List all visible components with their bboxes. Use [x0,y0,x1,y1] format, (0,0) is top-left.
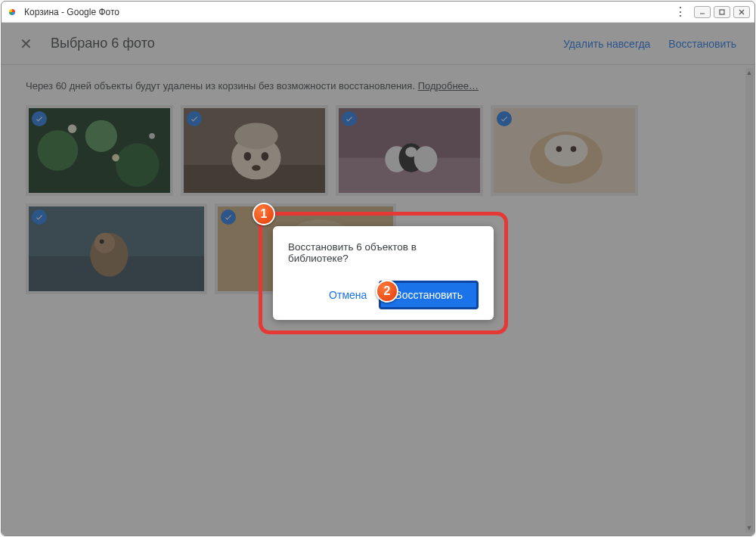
restore-button[interactable]: Восстановить [668,38,736,50]
svg-point-23 [405,147,417,157]
annotation-badge-2: 2 [376,280,398,303]
svg-point-10 [149,133,155,139]
selection-count-label: Выбрано 6 фото [51,36,545,51]
cancel-button[interactable]: Отмена [321,284,374,306]
svg-point-28 [571,146,577,152]
scroll-down-arrow[interactable]: ▼ [745,523,753,532]
svg-point-6 [85,120,117,152]
svg-point-26 [544,135,588,166]
thumb-image [184,108,325,193]
selected-check-icon[interactable] [497,111,512,126]
selected-check-icon[interactable] [187,111,202,126]
thumb-image [29,108,170,193]
svg-point-22 [414,146,438,172]
svg-point-17 [252,165,261,171]
svg-rect-1 [720,10,724,14]
svg-point-9 [112,154,119,162]
thumb-image [339,108,480,193]
selected-check-icon[interactable] [32,111,47,126]
photo-thumb[interactable] [336,105,483,196]
minimize-button[interactable] [694,6,711,18]
window-controls [694,6,750,18]
titlebar: Корзина - Google Фото ⋮ [2,2,754,23]
svg-point-14 [234,123,278,150]
svg-point-27 [556,146,562,152]
svg-point-15 [244,152,252,161]
photo-thumb[interactable] [26,203,207,294]
google-photos-icon [6,6,18,18]
photo-thumb[interactable] [181,105,328,196]
scroll-up-arrow[interactable]: ▲ [745,68,753,77]
notice-text: Через 60 дней объекты будут удалены из к… [26,80,418,92]
vertical-scrollbar[interactable]: ▲ ▼ [745,68,753,532]
svg-point-32 [94,233,115,253]
selection-bar: ✕ Выбрано 6 фото Удалить навсегда Восста… [2,23,754,65]
selected-check-icon[interactable] [221,210,236,225]
kebab-menu-icon[interactable]: ⋮ [671,3,689,21]
svg-point-33 [100,239,104,244]
dialog-message: Восстановить 6 объектов в библиотеке? [288,241,479,264]
delete-forever-button[interactable]: Удалить навсегда [563,38,650,50]
svg-point-5 [38,130,79,171]
maximize-button[interactable] [714,6,730,18]
close-window-button[interactable] [733,6,750,18]
svg-point-7 [116,143,160,187]
trash-notice: Через 60 дней объекты будут удалены из к… [26,80,730,92]
window-title: Корзина - Google Фото [24,7,671,17]
svg-point-8 [68,124,77,133]
photo-thumb[interactable] [491,105,638,196]
close-selection-icon[interactable]: ✕ [20,35,33,53]
svg-point-16 [262,152,269,161]
selected-check-icon[interactable] [342,111,357,126]
restore-dialog: Восстановить 6 объектов в библиотеке? От… [273,226,494,320]
learn-more-link[interactable]: Подробнее… [418,80,479,92]
annotation-badge-1: 1 [253,203,275,225]
callout-frame: Восстановить 6 объектов в библиотеке? От… [259,212,508,334]
selected-check-icon[interactable] [32,210,47,225]
thumb-image [29,206,204,291]
app-window: Корзина - Google Фото ⋮ ✕ Выбрано 6 фото… [1,1,755,536]
thumb-image [494,108,635,193]
photo-thumb[interactable] [26,105,173,196]
